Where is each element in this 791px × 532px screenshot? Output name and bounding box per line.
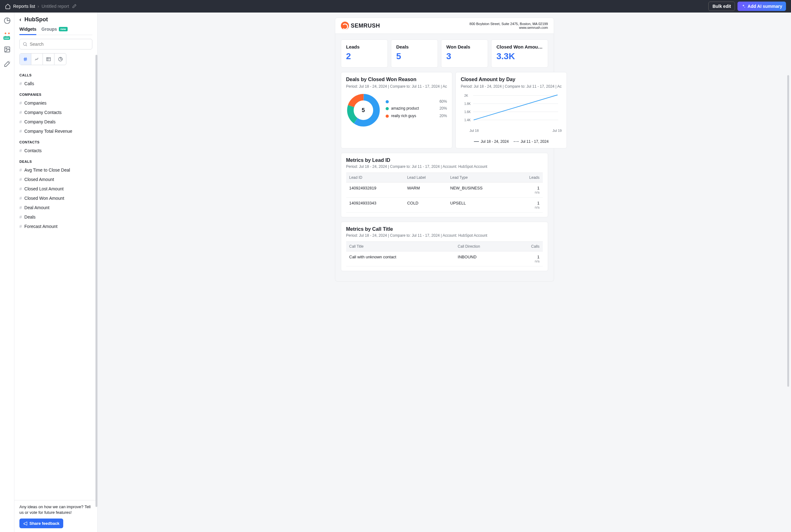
card-subtitle: Period: Jul 18 - 24, 2024 | Compare to: …: [346, 84, 447, 89]
feedback-box: Any ideas on how we can improve? Tell us…: [14, 500, 97, 532]
table-row: 140924933343COLDUPSELL1n/a: [346, 197, 543, 213]
table-header: Lead ID: [346, 173, 404, 183]
feedback-text: Any ideas on how we can improve? Tell us…: [19, 504, 92, 515]
stat-card[interactable]: Deals5: [391, 39, 438, 68]
filter-table-icon[interactable]: [43, 54, 55, 65]
hash-icon: #: [19, 100, 22, 106]
widget-item[interactable]: #Company Total Revenue: [19, 127, 92, 136]
rail-pie-icon[interactable]: [3, 16, 12, 25]
back-icon[interactable]: ‹: [19, 16, 21, 23]
widget-item[interactable]: #Deal Amount: [19, 203, 92, 212]
widget-item[interactable]: #Deals: [19, 212, 92, 222]
hash-icon: #: [19, 224, 22, 229]
svg-point-2: [23, 43, 26, 45]
hash-icon: #: [19, 119, 22, 124]
report-canvas[interactable]: SEMRUSH 800 Boylston Street, Suite 2475,…: [98, 13, 791, 532]
card-title: Closed Amount by Day: [461, 77, 562, 82]
stat-card[interactable]: Closed Won Amou…3.3K: [491, 39, 548, 68]
hash-icon: #: [19, 205, 22, 210]
widget-list[interactable]: CALLS#CallsCOMPANIES#Companies#Company C…: [14, 69, 97, 500]
legend-item: Jul 11 - 17, 2024: [514, 139, 548, 144]
widget-item[interactable]: #Contacts: [19, 146, 92, 155]
table-header: Leads: [514, 173, 542, 183]
table-card-leads[interactable]: Metrics by Lead ID Period: Jul 18 - 24, …: [341, 153, 548, 217]
card-title: Metrics by Call Title: [346, 226, 543, 232]
table-header: Call Direction: [455, 242, 513, 251]
logo-icon: [341, 22, 349, 30]
breadcrumb-current: Untitled report: [42, 4, 69, 9]
card-title: Deals by Closed Won Reason: [346, 77, 447, 82]
line-chart: 2K 1.8K 1.6K 1.4K: [461, 93, 562, 128]
table-row: Call with unknown contactINBOUND1n/a: [346, 251, 543, 266]
hash-icon: #: [19, 186, 22, 191]
tab-widgets[interactable]: Widgets: [19, 26, 36, 35]
header-url: www.semrush.com: [469, 26, 548, 30]
widget-item[interactable]: #Calls: [19, 79, 92, 88]
search-input[interactable]: [19, 39, 92, 50]
sidebar-scrollbar[interactable]: [95, 55, 97, 507]
svg-rect-3: [47, 58, 51, 61]
hash-icon: #: [19, 81, 22, 86]
widget-item[interactable]: #Company Contacts: [19, 108, 92, 117]
table-row: 140924932819WARMNEW_BUSINESS1n/a: [346, 183, 543, 197]
canvas-scrollbar[interactable]: [787, 75, 789, 387]
x-tick: Jul 18: [469, 129, 479, 132]
hash-icon: #: [19, 148, 22, 153]
group-label: CALLS: [19, 73, 92, 77]
hash-icon: #: [19, 196, 22, 201]
widget-item[interactable]: #Closed Won Amount: [19, 193, 92, 203]
icon-rail: new: [0, 13, 14, 532]
group-label: COMPANIES: [19, 93, 92, 96]
search-icon: [22, 42, 27, 47]
svg-text:2K: 2K: [464, 94, 468, 97]
widget-item[interactable]: #Closed Lost Amount: [19, 184, 92, 193]
stat-card[interactable]: Won Deals3: [441, 39, 488, 68]
svg-text:1.4K: 1.4K: [464, 118, 471, 122]
svg-line-16: [474, 95, 558, 120]
stat-card[interactable]: Leads2: [341, 39, 388, 68]
filter-donut-icon[interactable]: [55, 54, 66, 65]
widget-type-filters: [19, 53, 66, 65]
home-icon[interactable]: [5, 3, 11, 9]
hash-icon: #: [19, 129, 22, 134]
stat-value: 5: [396, 51, 432, 61]
svg-text:1.8K: 1.8K: [464, 102, 471, 106]
table-card-calls[interactable]: Metrics by Call Title Period: Jul 18 - 2…: [341, 222, 548, 271]
widget-item[interactable]: #Forecast Amount: [19, 222, 92, 231]
header-address: 800 Boylston Street, Suite 2475, Boston,…: [469, 22, 548, 26]
sidebar-title: HubSpot: [24, 16, 48, 23]
filter-line-icon[interactable]: [31, 54, 43, 65]
group-label: CONTACTS: [19, 140, 92, 144]
breadcrumb-reports[interactable]: Reports list: [13, 4, 35, 9]
bulk-edit-button[interactable]: Bulk edit: [708, 2, 735, 11]
rail-new-badge: new: [3, 36, 10, 40]
rail-integrations-icon[interactable]: new: [3, 31, 12, 39]
widget-item[interactable]: #Closed Amount: [19, 175, 92, 184]
rail-magic-icon[interactable]: [3, 59, 12, 68]
stat-label: Leads: [346, 44, 383, 50]
hash-icon: #: [19, 177, 22, 182]
hash-icon: #: [19, 214, 22, 220]
legend-row: amazing product20%: [386, 106, 447, 111]
sparkle-icon: [741, 4, 746, 8]
rail-image-icon[interactable]: [3, 45, 12, 54]
edit-icon[interactable]: [72, 4, 77, 9]
widget-item[interactable]: #Avg Time to Close Deal: [19, 165, 92, 175]
filter-number-icon[interactable]: [20, 54, 31, 65]
stat-label: Deals: [396, 44, 432, 50]
card-title: Metrics by Lead ID: [346, 157, 543, 163]
donut-center-value: 5: [346, 93, 381, 128]
legend-row: really rich guys20%: [386, 114, 447, 119]
share-feedback-button[interactable]: Share feedback: [19, 518, 63, 528]
add-ai-summary-button[interactable]: Add AI summary: [737, 2, 786, 11]
tab-groups[interactable]: Groups new: [41, 26, 67, 35]
line-card[interactable]: Closed Amount by Day Period: Jul 18 - 24…: [456, 72, 567, 148]
widget-item[interactable]: #Company Deals: [19, 117, 92, 127]
svg-text:1.6K: 1.6K: [464, 110, 471, 114]
stat-value: 3.3K: [497, 51, 543, 61]
card-subtitle: Period: Jul 18 - 24, 2024 | Compare to: …: [461, 84, 562, 89]
group-label: DEALS: [19, 160, 92, 164]
donut-card[interactable]: Deals by Closed Won Reason Period: Jul 1…: [341, 72, 452, 148]
stat-value: 2: [346, 51, 383, 61]
widget-item[interactable]: #Companies: [19, 98, 92, 108]
